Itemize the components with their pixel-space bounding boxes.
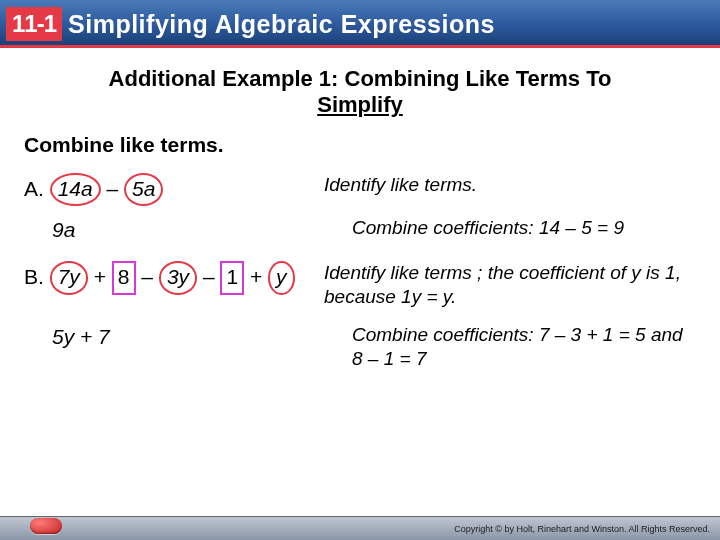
like-term-oval: 3y (159, 261, 197, 294)
copyright-text: Copyright © by Holt, Rinehart and Winsto… (454, 524, 710, 534)
like-term-oval: 7y (50, 261, 88, 294)
like-term-oval: 5a (124, 173, 163, 206)
part-b-row2: 5y + 7 Combine coefficients: 7 – 3 + 1 =… (24, 323, 696, 371)
lesson-number-box: 11-1 (6, 7, 62, 41)
nav-button-icon[interactable] (30, 518, 62, 534)
minus-sign: – (203, 265, 215, 288)
instruction-text: Combine like terms. (24, 133, 720, 157)
part-b-label: B. (24, 265, 44, 288)
lesson-title: Simplifying Algebraic Expressions (68, 10, 495, 39)
plus-sign: + (250, 265, 262, 288)
like-term-box: 8 (112, 261, 136, 294)
part-b-result: 5y + 7 (52, 323, 352, 350)
part-a-expression: A. 14a – 5a (24, 173, 324, 206)
part-b-expression: B. 7y + 8 – 3y – 1 + y (24, 261, 324, 294)
footer-bar: Copyright © by Holt, Rinehart and Winsto… (0, 516, 720, 540)
part-a-label: A. (24, 177, 44, 200)
plus-sign: + (94, 265, 106, 288)
example-title: Additional Example 1: Combining Like Ter… (30, 66, 690, 119)
minus-sign: – (107, 177, 119, 200)
header-bar: 11-1 Simplifying Algebraic Expressions (0, 0, 720, 48)
part-a-row2: 9a Combine coefficients: 14 – 5 = 9 (24, 216, 696, 243)
part-a-row1: A. 14a – 5a Identify like terms. (24, 173, 696, 206)
part-a-note1: Identify like terms. (324, 173, 696, 197)
like-term-box: 1 (220, 261, 244, 294)
example-title-line2: Simplify (317, 92, 403, 117)
like-term-oval: 14a (50, 173, 101, 206)
part-a-note2: Combine coefficients: 14 – 5 = 9 (352, 216, 696, 240)
work-area: A. 14a – 5a Identify like terms. 9a Comb… (24, 173, 696, 371)
part-b-note2: Combine coefficients: 7 – 3 + 1 = 5 and … (352, 323, 696, 371)
part-b-note1: Identify like terms ; the coefficient of… (324, 261, 696, 309)
example-title-line1: Additional Example 1: Combining Like Ter… (109, 66, 612, 91)
part-b-row1: B. 7y + 8 – 3y – 1 + y Identify like ter… (24, 261, 696, 309)
like-term-oval: y (268, 261, 295, 294)
part-a-result: 9a (52, 216, 352, 243)
header-underline (0, 45, 720, 48)
minus-sign: – (141, 265, 153, 288)
